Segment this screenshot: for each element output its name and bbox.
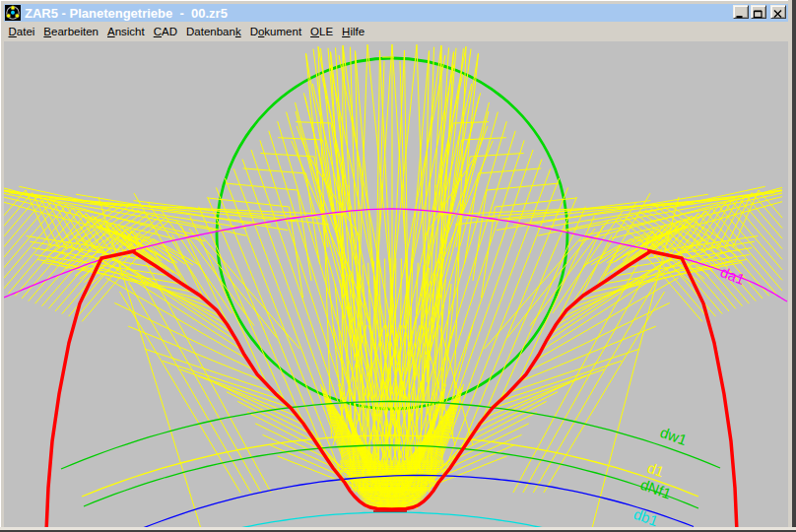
svg-text:dNf1: dNf1 bbox=[638, 476, 674, 502]
svg-text:db1: db1 bbox=[631, 505, 660, 528]
svg-text:da1: da1 bbox=[718, 263, 748, 288]
svg-text:dw1: dw1 bbox=[658, 424, 690, 448]
